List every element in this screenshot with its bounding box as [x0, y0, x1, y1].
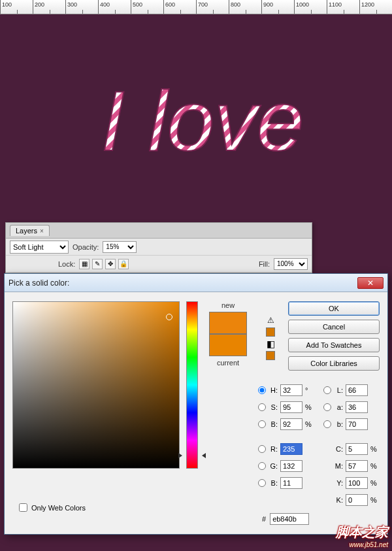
l-input[interactable]: [346, 384, 368, 396]
gamut-swatch[interactable]: [266, 327, 275, 337]
layers-blend-row: Soft Light Opacity: 15%: [6, 239, 312, 256]
only-web-colors-input[interactable]: [19, 503, 27, 512]
b2-input[interactable]: [346, 418, 368, 430]
sv-cursor: [166, 314, 172, 320]
m-input[interactable]: [346, 460, 368, 472]
hex-label: #: [262, 515, 266, 523]
b-input[interactable]: [280, 477, 302, 489]
c-input[interactable]: [346, 443, 368, 455]
r-input[interactable]: [280, 443, 302, 455]
ruler-tick: 600: [163, 0, 196, 14]
ruler-tick: 700: [196, 0, 229, 14]
r-radio[interactable]: [258, 445, 266, 453]
color-libraries-button[interactable]: Color Libraries: [288, 356, 380, 371]
new-label: new: [221, 301, 235, 309]
fields-column: OK Cancel Add To Swatches Color Librarie…: [258, 301, 380, 526]
current-label: current: [217, 359, 239, 367]
svg-text:I love: I love: [101, 73, 304, 169]
a-label: a:: [334, 403, 343, 411]
y-input[interactable]: [346, 477, 368, 489]
lock-brush-icon[interactable]: ✎: [92, 259, 103, 269]
hue-column: [186, 301, 198, 526]
websafe-swatch[interactable]: [266, 351, 275, 360]
pct3: %: [370, 445, 380, 453]
dialog-title: Pick a solid color:: [8, 278, 357, 288]
g-input[interactable]: [280, 460, 302, 472]
numeric-grid: H:° S:% B:% R: G: B: L: a: b: C:% M:% Y:…: [258, 384, 380, 507]
bval-input[interactable]: [280, 418, 302, 430]
b2-radio[interactable]: [323, 420, 331, 428]
g-radio[interactable]: [258, 462, 266, 470]
fill-dropdown[interactable]: 100%: [274, 258, 308, 270]
ruler-tick: 1000: [294, 0, 327, 14]
y-label: Y:: [334, 479, 343, 487]
a-input[interactable]: [346, 401, 368, 413]
blend-mode-dropdown[interactable]: Soft Light: [10, 241, 69, 254]
c-label: C:: [334, 445, 343, 453]
ruler-tick: 1100: [327, 0, 359, 14]
pct-unit: %: [305, 403, 314, 411]
k-label: K:: [334, 496, 343, 504]
ruler-tick: 300: [65, 0, 98, 14]
opacity-dropdown[interactable]: 15%: [103, 241, 137, 253]
bl-label: B:: [269, 479, 278, 487]
g-label: G:: [269, 462, 278, 470]
swatch-column: new current ⚠ ◧: [204, 301, 252, 526]
hue-slider[interactable]: [186, 301, 198, 469]
b2-label: b:: [334, 420, 343, 428]
s-label: S:: [269, 403, 278, 411]
b-radio[interactable]: [258, 479, 266, 487]
dialog-titlebar[interactable]: Pick a solid color: ✕: [5, 274, 387, 292]
pct6: %: [370, 496, 380, 504]
lock-label: Lock:: [58, 260, 75, 268]
ruler-tick: 400: [98, 0, 131, 14]
lock-transparency-icon[interactable]: ▦: [79, 259, 90, 269]
a-radio[interactable]: [323, 403, 331, 411]
close-icon[interactable]: ×: [40, 227, 44, 235]
s-input[interactable]: [280, 401, 302, 413]
h-radio[interactable]: [258, 386, 266, 394]
pct4: %: [370, 462, 380, 470]
m-label: M:: [334, 462, 343, 470]
ok-button[interactable]: OK: [288, 301, 380, 316]
hue-pointer: [182, 453, 202, 458]
bval-radio[interactable]: [258, 420, 266, 428]
add-swatches-button[interactable]: Add To Swatches: [288, 338, 380, 352]
l-radio[interactable]: [323, 386, 331, 394]
layers-tab-label: Layers: [16, 227, 37, 235]
r-label: R:: [269, 445, 278, 453]
cancel-button[interactable]: Cancel: [288, 320, 380, 334]
dialog-buttons: OK Cancel Add To Swatches Color Librarie…: [258, 301, 380, 371]
lock-icons: ▦ ✎ ✥ 🔒: [79, 259, 129, 269]
h-input[interactable]: [280, 384, 302, 396]
watermark: 脚本之家 www.jb51.net: [336, 524, 388, 548]
layers-tab[interactable]: Layers×: [10, 225, 50, 236]
gamut-warning-icon[interactable]: ⚠: [266, 316, 275, 325]
ruler-tick: 1200: [359, 0, 392, 14]
ruler: 100200300400500600700800900100011001200: [0, 0, 392, 14]
close-button[interactable]: ✕: [357, 277, 384, 289]
websafe-warning-icon[interactable]: ◧: [266, 339, 275, 348]
dialog-body: new current ⚠ ◧ OK Cancel Add To Swatche…: [5, 292, 387, 535]
pct-unit2: %: [305, 420, 314, 428]
current-color-swatch[interactable]: [209, 334, 247, 356]
layers-lock-row: Lock: ▦ ✎ ✥ 🔒 Fill: 100%: [6, 256, 312, 273]
lock-all-icon[interactable]: 🔒: [118, 259, 129, 269]
layers-tab-row: Layers×: [6, 223, 312, 239]
bval-label: B:: [269, 420, 278, 428]
fill-label: Fill:: [259, 260, 270, 268]
ruler-tick: 100: [0, 0, 33, 14]
color-picker-dialog: Pick a solid color: ✕ new current ⚠ ◧: [4, 273, 388, 535]
hex-input[interactable]: [270, 513, 309, 525]
h-label: H:: [269, 386, 278, 394]
lock-move-icon[interactable]: ✥: [105, 259, 116, 269]
new-color-swatch[interactable]: [209, 312, 247, 334]
pct5: %: [370, 479, 380, 487]
color-swatch-stack: [209, 312, 247, 356]
k-input[interactable]: [346, 494, 368, 506]
ruler-tick: 500: [131, 0, 163, 14]
ruler-tick: 800: [229, 0, 261, 14]
s-radio[interactable]: [258, 403, 266, 411]
saturation-value-picker[interactable]: [12, 301, 180, 469]
only-web-colors-checkbox[interactable]: Only Web Colors: [19, 503, 86, 512]
